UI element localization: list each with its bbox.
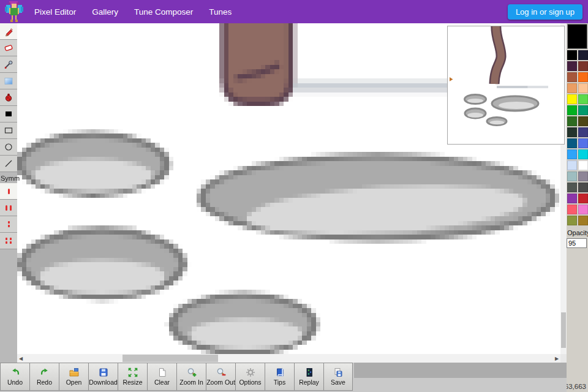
palette-swatch-3[interactable]: [578, 61, 588, 71]
download-disk-icon: [99, 368, 108, 377]
vertical-scrollbar-thumb[interactable]: [561, 312, 566, 348]
clear-button[interactable]: Clear: [147, 363, 176, 391]
palette-swatch-1[interactable]: [578, 50, 588, 60]
nav-link-pixel-editor[interactable]: Pixel Editor: [34, 7, 76, 17]
fairy-logo-icon[interactable]: [0, 0, 28, 23]
button-label: Download: [89, 379, 118, 386]
redo-button[interactable]: Redo: [29, 363, 59, 391]
nav-link-gallery[interactable]: Gallery: [92, 7, 118, 17]
scroll-right-arrow-icon[interactable]: ▶: [553, 354, 560, 363]
horizontal-scrollbar[interactable]: ◀ ▶: [17, 354, 560, 363]
palette-swatch-17[interactable]: [578, 138, 588, 148]
palette-swatch-18[interactable]: [567, 149, 577, 159]
tool-eraser[interactable]: [0, 40, 17, 56]
nav-link-tune-composer[interactable]: Tune Composer: [134, 7, 193, 17]
tips-button[interactable]: Tips: [265, 363, 294, 391]
resize-button[interactable]: Resize: [118, 363, 147, 391]
login-button[interactable]: Log in or sign up: [508, 4, 582, 20]
opacity-input[interactable]: [567, 238, 587, 248]
symmetry-dot-icon: [8, 189, 10, 194]
palette-swatch-15[interactable]: [578, 127, 588, 137]
zoom-out-button[interactable]: Zoom Out: [206, 363, 235, 391]
palette-swatch-26[interactable]: [567, 194, 577, 203]
palette-swatch-25[interactable]: [578, 183, 588, 192]
symmetry-dot-icon: [10, 205, 12, 211]
palette-swatch-12[interactable]: [567, 116, 577, 126]
palette-swatch-29[interactable]: [578, 205, 588, 214]
tool-swatch[interactable]: [0, 106, 17, 123]
tool-ellipse[interactable]: [0, 139, 17, 156]
palette-swatch-21[interactable]: [578, 160, 588, 170]
black-swatch-icon: [2, 108, 15, 120]
ellipse-icon: [2, 141, 15, 153]
button-label: Open: [66, 379, 82, 386]
button-label: Tips: [274, 379, 285, 386]
open-button[interactable]: Open: [59, 363, 88, 391]
palette-swatch-20[interactable]: [567, 160, 577, 170]
tool-line[interactable]: [0, 156, 17, 172]
symmetry-label: Symm: [0, 172, 17, 183]
resize-arrows-icon: [128, 368, 138, 377]
options-button[interactable]: Options: [235, 363, 265, 391]
bottom-toolbar-filler: [354, 363, 567, 378]
palette-swatch-11[interactable]: [578, 105, 588, 115]
gear-icon: [246, 368, 255, 377]
palette-swatch-27[interactable]: [578, 194, 588, 203]
palette-swatch-8[interactable]: [567, 94, 577, 104]
tool-gradient[interactable]: [0, 73, 17, 89]
symmetry-vertical[interactable]: [0, 216, 17, 233]
zoom-in-icon: [187, 368, 197, 377]
preview-window[interactable]: [447, 26, 565, 145]
symmetry-horizontal[interactable]: [0, 200, 17, 216]
horizontal-scrollbar-thumb[interactable]: [123, 355, 218, 362]
tool-spray[interactable]: [0, 89, 17, 106]
nav-links: Pixel EditorGalleryTune ComposerTunes: [34, 7, 232, 17]
download-button[interactable]: Download: [88, 363, 118, 391]
clear-page-icon: [157, 368, 167, 377]
replay-button[interactable]: Replay: [294, 363, 323, 391]
spray-icon: [2, 91, 15, 104]
eraser-icon: [2, 42, 15, 54]
symmetry-dot-icon: [6, 238, 7, 244]
palette-swatch-2[interactable]: [567, 61, 577, 71]
current-color-swatch[interactable]: [567, 24, 587, 49]
palette-swatch-22[interactable]: [567, 172, 577, 181]
button-label: Replay: [299, 379, 319, 386]
palette-swatch-5[interactable]: [578, 72, 588, 82]
palette-swatch-14[interactable]: [567, 127, 577, 137]
palette-swatch-9[interactable]: [578, 94, 588, 104]
palette-swatch-28[interactable]: [567, 205, 577, 214]
palette-swatch-0[interactable]: [567, 50, 577, 60]
tool-eyedropper[interactable]: [0, 56, 17, 73]
bottom-toolbar: UndoRedoOpenDownloadResizeClearZoom InZo…: [0, 363, 567, 392]
tool-list: [0, 23, 17, 172]
tool-pencil[interactable]: [0, 23, 17, 40]
scroll-left-arrow-icon[interactable]: ◀: [17, 354, 24, 363]
button-label: Clear: [154, 379, 170, 386]
save-button[interactable]: Save: [323, 363, 353, 391]
palette-swatch-16[interactable]: [567, 138, 577, 148]
button-label: Zoom In: [179, 379, 203, 386]
symmetry-dot-icon: [10, 238, 12, 244]
palette-swatch-7[interactable]: [578, 83, 588, 93]
palette-swatch-19[interactable]: [578, 149, 588, 159]
symmetry-quad[interactable]: [0, 233, 17, 249]
palette-swatch-30[interactable]: [567, 216, 577, 225]
undo-button[interactable]: Undo: [0, 363, 29, 391]
tool-rectangle[interactable]: [0, 123, 17, 139]
zoom-in-button[interactable]: Zoom In: [176, 363, 206, 391]
undo-icon: [10, 368, 20, 377]
button-label: Redo: [37, 379, 52, 386]
palette-swatch-23[interactable]: [578, 172, 588, 181]
nav-link-tunes[interactable]: Tunes: [209, 7, 232, 17]
button-label: Resize: [123, 379, 142, 386]
palette-swatch-6[interactable]: [567, 83, 577, 93]
palette-swatch-13[interactable]: [578, 116, 588, 126]
gradient-icon: [2, 75, 15, 87]
symmetry-none[interactable]: [0, 183, 17, 200]
palette-swatch-10[interactable]: [567, 105, 577, 115]
palette-swatch-24[interactable]: [567, 183, 577, 192]
palette-swatch-31[interactable]: [578, 216, 588, 225]
palette-swatch-4[interactable]: [567, 72, 577, 82]
button-label: Options: [239, 379, 261, 386]
